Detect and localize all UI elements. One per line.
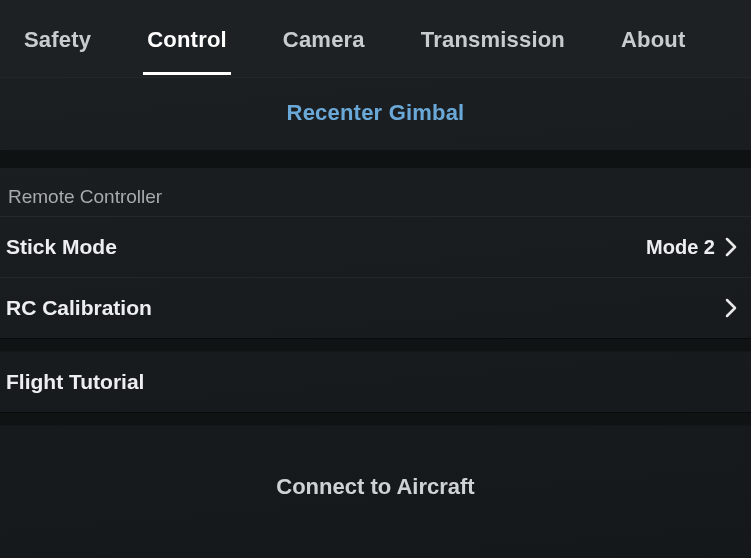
tab-transmission[interactable]: Transmission	[417, 3, 569, 75]
tabs-bar: Safety Control Camera Transmission About	[0, 0, 751, 78]
chevron-right-icon	[725, 298, 737, 318]
row-label: Stick Mode	[6, 235, 117, 259]
recenter-gimbal-button[interactable]: Recenter Gimbal	[0, 78, 751, 150]
row-right: Mode 2	[646, 236, 737, 259]
section-divider	[0, 150, 751, 168]
chevron-right-icon	[725, 237, 737, 257]
row-label: Flight Tutorial	[6, 370, 144, 394]
tab-safety[interactable]: Safety	[20, 3, 95, 75]
row-label: RC Calibration	[6, 296, 152, 320]
settings-screen: Safety Control Camera Transmission About…	[0, 0, 751, 558]
tab-control[interactable]: Control	[143, 3, 231, 75]
tab-camera[interactable]: Camera	[279, 3, 369, 75]
row-flight-tutorial[interactable]: Flight Tutorial	[0, 352, 751, 412]
divider	[0, 338, 751, 352]
row-right	[725, 298, 737, 318]
section-header-remote-controller: Remote Controller	[0, 168, 751, 216]
connect-to-aircraft-button[interactable]: Connect to Aircraft	[0, 454, 751, 520]
bottom-area: Connect to Aircraft	[0, 426, 751, 520]
row-stick-mode[interactable]: Stick Mode Mode 2	[0, 216, 751, 277]
divider	[0, 412, 751, 426]
tab-about[interactable]: About	[617, 3, 690, 75]
stick-mode-value: Mode 2	[646, 236, 715, 259]
row-rc-calibration[interactable]: RC Calibration	[0, 277, 751, 338]
